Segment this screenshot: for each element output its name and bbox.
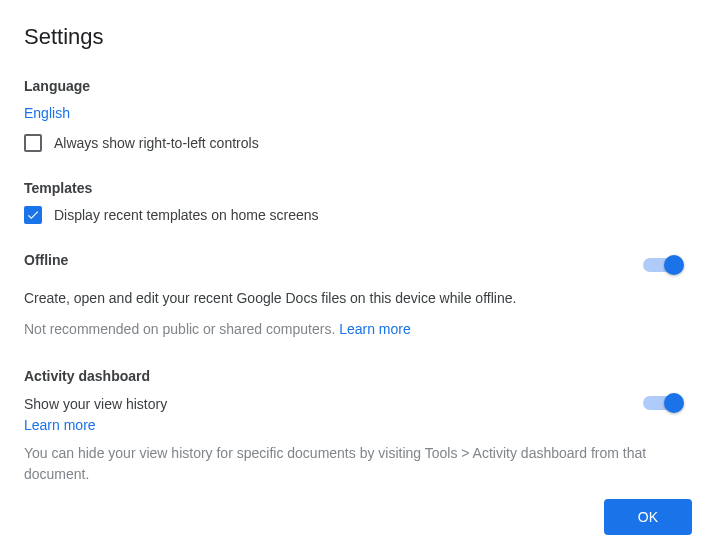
- toggle-knob: [664, 255, 684, 275]
- rtl-label: Always show right-to-left controls: [54, 135, 259, 151]
- rtl-checkbox[interactable]: [24, 134, 42, 152]
- page-title: Settings: [24, 24, 680, 50]
- dialog-footer: OK: [604, 499, 692, 535]
- offline-toggle[interactable]: [643, 258, 680, 272]
- templates-checkbox[interactable]: [24, 206, 42, 224]
- activity-toggle[interactable]: [643, 396, 680, 410]
- offline-heading: Offline: [24, 252, 68, 268]
- offline-description: Create, open and edit your recent Google…: [24, 288, 680, 309]
- templates-label: Display recent templates on home screens: [54, 207, 319, 223]
- ok-button[interactable]: OK: [604, 499, 692, 535]
- activity-learn-more-link[interactable]: Learn more: [24, 417, 643, 433]
- activity-section: Activity dashboard Show your view histor…: [24, 368, 680, 485]
- toggle-knob: [664, 393, 684, 413]
- offline-section: Offline Create, open and edit your recen…: [24, 252, 680, 340]
- activity-heading: Activity dashboard: [24, 368, 680, 384]
- offline-warning: Not recommended on public or shared comp…: [24, 319, 680, 340]
- language-value-link[interactable]: English: [24, 105, 70, 121]
- activity-note: You can hide your view history for speci…: [24, 443, 680, 485]
- templates-section: Templates Display recent templates on ho…: [24, 180, 680, 224]
- templates-heading: Templates: [24, 180, 680, 196]
- check-icon: [26, 208, 40, 222]
- language-section: Language English Always show right-to-le…: [24, 78, 680, 152]
- language-heading: Language: [24, 78, 680, 94]
- offline-learn-more-link[interactable]: Learn more: [339, 321, 411, 337]
- activity-show-history: Show your view history: [24, 394, 643, 415]
